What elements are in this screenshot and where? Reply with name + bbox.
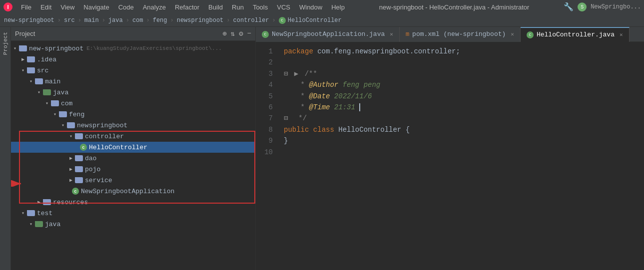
code-line-8: public class HelloController { (284, 124, 636, 135)
tab-close-0[interactable]: ✕ (390, 31, 393, 37)
tree-label-test-java: java (45, 221, 60, 228)
code-line-3: ⊟ ▶ /** (284, 68, 636, 79)
tab-newspringbootapplication[interactable]: C NewSpringbootApplication.java ✕ (256, 27, 400, 42)
pojo-folder-icon (75, 166, 83, 172)
project-minimize-icon[interactable]: − (247, 29, 251, 38)
menu-edit[interactable]: Edit (36, 2, 55, 12)
code-line-1: package com.feng.newspringboot.controlle… (284, 46, 636, 57)
tree-label-dao: dao (85, 155, 96, 162)
tab-close-2[interactable]: ✕ (620, 31, 623, 38)
project-layout-icon[interactable]: ⇅ (231, 29, 235, 38)
menu-build[interactable]: Build (204, 2, 227, 12)
breadcrumb-project[interactable]: new-springboot (4, 17, 54, 24)
tree-label-test: test (37, 210, 52, 217)
line-numbers: 1 2 3 4 5 6 7 8 9 10 (256, 42, 276, 270)
tree-item-test[interactable]: ▾ test (11, 208, 255, 219)
tabs-bar: C NewSpringbootApplication.java ✕ m pom.… (256, 27, 644, 42)
tree-item-src[interactable]: ▾ src (11, 65, 255, 76)
src-folder-icon (27, 67, 35, 73)
tree-label-main: main (45, 78, 60, 85)
test-folder-icon (27, 210, 35, 216)
tree-item-dao[interactable]: ▶ dao (11, 153, 255, 164)
toolbar-hammer-icon[interactable]: 🔧 (564, 2, 574, 12)
menu-view[interactable]: View (56, 2, 78, 12)
test-java-folder-icon (35, 221, 43, 227)
breadcrumb: new-springboot › src › main › java › com… (0, 14, 644, 27)
tree-label-src: src (37, 67, 48, 74)
tree-label-java: java (53, 89, 68, 96)
tree-item-resources[interactable]: ▶ resources (11, 197, 255, 208)
tree-item-root[interactable]: ▾ new-springboot E:\kuangStudyJavaExerci… (11, 43, 255, 54)
breadcrumb-controller[interactable]: controller (233, 17, 269, 24)
breadcrumb-hellocontroller[interactable]: HelloController (288, 17, 342, 24)
toolbar-springboot-icon[interactable]: S (578, 2, 587, 11)
tab-pomxml[interactable]: m pom.xml (new-springboot) ✕ (400, 27, 521, 42)
tree-label-newspringboot: newspringboot (77, 122, 127, 129)
tree-label-feng: feng (69, 111, 84, 118)
tab-icon-0: C (262, 31, 269, 38)
menu-analyze[interactable]: Analyze (139, 2, 170, 12)
tree-label-resources: resources (53, 199, 88, 206)
svg-text:I: I (7, 4, 8, 10)
tab-icon-2: C (527, 31, 534, 38)
tree-item-feng[interactable]: ▾ feng (11, 109, 255, 120)
newspringbootapp-class-icon: C (72, 188, 79, 195)
code-content[interactable]: package com.feng.newspringboot.controlle… (276, 42, 644, 270)
tree-item-test-java[interactable]: ▾ java (11, 219, 255, 230)
tree-label-service: service (85, 177, 112, 184)
menu-file[interactable]: File (17, 2, 35, 12)
tree-item-newspringboot[interactable]: ▾ newspringboot (11, 120, 255, 131)
tree-item-pojo[interactable]: ▶ pojo (11, 164, 255, 175)
tree-item-idea[interactable]: ▶ .idea (11, 54, 255, 65)
menu-code[interactable]: Code (114, 2, 138, 12)
menu-window[interactable]: Window (295, 2, 326, 12)
breadcrumb-com[interactable]: com (132, 17, 143, 24)
resources-folder-icon (43, 199, 51, 205)
tab-icon-1: m (406, 31, 409, 38)
main-area: Project Project ⊕ ⇅ ⚙ − ▾ new-springboot… (0, 27, 644, 270)
tree-item-controller[interactable]: ▾ controller (11, 131, 255, 142)
code-editor[interactable]: 1 2 3 4 5 6 7 8 9 10 package com.feng.ne… (256, 42, 644, 270)
menu-vcs[interactable]: VCS (273, 2, 294, 12)
tree-item-newspringbootapp[interactable]: C NewSpringbootApplication (11, 186, 255, 197)
tree-label-hellocontroller: HelloController (89, 144, 147, 151)
breadcrumb-feng[interactable]: feng (153, 17, 167, 24)
project-strip-label[interactable]: Project (2, 29, 8, 58)
project-gear-icon[interactable]: ⚙ (239, 29, 243, 38)
breadcrumb-src[interactable]: src (64, 17, 75, 24)
project-panel-title: Project (15, 30, 219, 37)
tree-item-hellocontroller[interactable]: C HelloController (11, 142, 255, 153)
breadcrumb-class-icon: C (279, 17, 286, 24)
breadcrumb-java[interactable]: java (108, 17, 123, 24)
project-folder-icon (19, 45, 27, 51)
breadcrumb-main[interactable]: main (84, 17, 99, 24)
tree-item-main[interactable]: ▾ main (11, 76, 255, 87)
code-line-9: } (284, 135, 636, 146)
tab-hellocontroller[interactable]: C HelloController.java ✕ (521, 27, 630, 42)
tree-item-com[interactable]: ▾ com (11, 98, 255, 109)
menu-tools[interactable]: Tools (249, 2, 272, 12)
project-globe-icon[interactable]: ⊕ (222, 29, 226, 38)
menu-run[interactable]: Run (228, 2, 248, 12)
sidebar-strip: Project (0, 27, 11, 270)
tree-label-root: new-springboot (29, 45, 83, 52)
tab-close-1[interactable]: ✕ (511, 31, 514, 37)
menubar: I File Edit View Navigate Code Analyze R… (0, 0, 644, 14)
file-tree: ▾ new-springboot E:\kuangStudyJavaExerci… (11, 41, 255, 270)
breadcrumb-newspringboot[interactable]: newspringboot (177, 17, 224, 24)
tree-label-newspringbootapp: NewSpringbootApplication (81, 188, 174, 195)
tree-item-service[interactable]: ▶ service (11, 175, 255, 186)
com-folder-icon (51, 100, 59, 106)
menu-navigate[interactable]: Navigate (79, 2, 113, 12)
tree-label-pojo: pojo (85, 166, 100, 173)
menu-help[interactable]: Help (327, 2, 349, 12)
code-line-5: * @Date 2022/11/6 (284, 91, 636, 102)
controller-folder-icon (75, 133, 83, 139)
tree-label-controller: controller (85, 133, 124, 140)
code-line-6: * @Time 21:31 (284, 102, 636, 113)
code-line-2 (284, 57, 636, 68)
project-panel: Project ⊕ ⇅ ⚙ − ▾ new-springboot E:\kuan… (11, 27, 256, 270)
java-folder-icon (43, 89, 51, 95)
menu-refactor[interactable]: Refactor (171, 2, 203, 12)
tree-item-java[interactable]: ▾ java (11, 87, 255, 98)
